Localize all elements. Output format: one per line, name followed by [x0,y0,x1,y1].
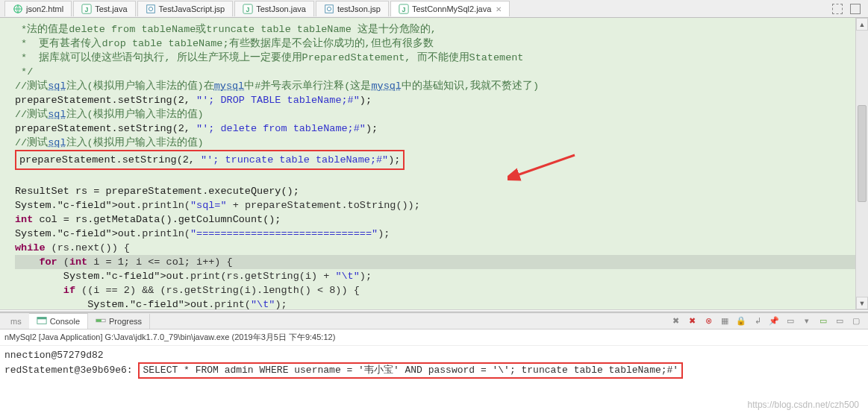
display-selected-icon[interactable]: ▭ [784,315,796,327]
progress-icon [96,315,106,327]
pin-console-icon[interactable]: 📌 [768,315,780,327]
sql-highlight-box: SELECT * FROM admin WHERE username = '韦小… [138,362,683,379]
scrollbar-track[interactable] [856,31,868,297]
close-icon[interactable]: ✕ [496,5,502,13]
tab-label: TestJson.java [256,4,306,13]
editor-scrollbar[interactable]: ▲ ▼ [855,18,868,309]
svg-rect-15 [96,319,102,322]
tab-testjson-java[interactable]: J TestJson.java [234,1,314,16]
svg-text:J: J [246,6,250,13]
jsp-file-icon [324,4,334,14]
console-icon [37,315,47,327]
tab-label: TestJavaScript.jsp [159,4,225,13]
bottom-tabbar: ms Console Progress ✖ ✖ ⊗ ▦ 🔒 ↲ 📌 ▭ ▾ ▭ … [0,313,868,330]
java-file-icon: J [399,4,409,14]
tabbar-window-controls [832,4,868,14]
tab-json2-html[interactable]: json2.html [4,1,72,16]
tab-label: Progress [109,317,142,326]
scroll-up-icon[interactable]: ▲ [856,18,868,31]
console-output[interactable]: nnection@57279d82 redStatement@3e9b69e6:… [0,346,868,413]
terminate-all-icon[interactable]: ⊗ [702,315,714,327]
maximize-panel-icon[interactable]: ▢ [850,315,862,327]
word-wrap-icon[interactable]: ↲ [752,315,764,327]
tab-console[interactable]: Console [29,313,88,329]
minimize-panel-icon[interactable]: ▭ [834,315,846,327]
remove-launch-icon[interactable]: ✖ [669,315,681,327]
scrollbar-thumb[interactable] [858,105,867,202]
code-content: *法的值是delete from tableName或truncate tabl… [15,22,861,310]
svg-rect-3 [146,5,154,13]
html-file-icon [13,4,23,14]
tab-test-java[interactable]: J Test.java [73,1,135,16]
tab-label: Test.java [95,4,127,13]
scroll-lock-icon[interactable]: 🔒 [735,315,747,327]
tab-progress[interactable]: Progress [88,314,150,329]
scroll-down-icon[interactable]: ▼ [856,297,868,309]
editor-tabbar: json2.html J Test.java TestJavaScript.js… [0,0,868,18]
tab-testjavascript-jsp[interactable]: TestJavaScript.jsp [137,1,234,16]
console-line: redStatement@3e9b69e6: [4,365,138,376]
code-editor[interactable]: *法的值是delete from tableName或truncate tabl… [0,18,868,310]
truncated-tab: ms [3,315,29,327]
tab-label: json2.html [26,4,63,13]
bottom-panel: ms Console Progress ✖ ✖ ⊗ ▦ 🔒 ↲ 📌 ▭ ▾ ▭ … [0,313,868,413]
remove-all-icon[interactable]: ✖ [686,315,698,327]
svg-text:J: J [85,6,89,13]
console-toolbar: ✖ ✖ ⊗ ▦ 🔒 ↲ 📌 ▭ ▾ ▭ ▭ ▢ [669,315,868,327]
clear-console-icon[interactable]: ▦ [719,315,731,327]
svg-rect-13 [37,318,46,320]
open-console-icon[interactable]: ▾ [801,315,813,327]
restore-icon[interactable] [832,4,843,14]
watermark: https://blog.csdn.net/czh500 [748,400,859,410]
tab-testjson-jsp[interactable]: testJson.jsp [316,1,389,16]
maximize-icon[interactable] [850,4,861,14]
tab-label: TestConnMySql2.java [412,4,491,13]
svg-text:J: J [402,6,406,13]
tab-label: Console [50,317,80,326]
new-console-icon[interactable]: ▭ [817,315,829,327]
console-launch-header: nMySql2 [Java Application] G:\Java\jdk1.… [0,330,868,346]
tab-label: testJson.jsp [337,4,381,13]
jsp-file-icon [146,4,156,14]
java-file-icon: J [243,4,253,14]
svg-rect-7 [325,5,334,13]
console-line: nnection@57279d82 [4,350,104,361]
tab-testconnmysql2-java[interactable]: J TestConnMySql2.java ✕ [390,1,510,16]
java-file-icon: J [81,4,92,14]
